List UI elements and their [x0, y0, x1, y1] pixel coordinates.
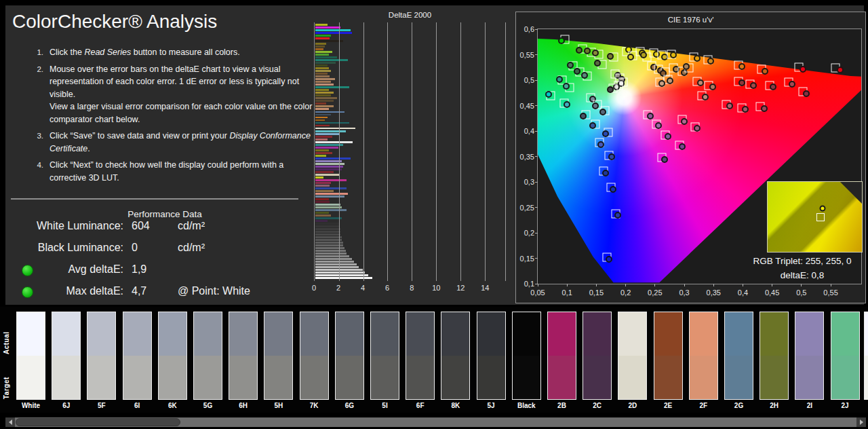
swatch-2g[interactable] — [724, 312, 753, 400]
swatch-6i[interactable] — [123, 312, 152, 400]
deltae-error-bar[interactable] — [315, 51, 332, 53]
deltae-error-bar[interactable] — [315, 92, 334, 94]
swatch-5h[interactable] — [264, 312, 293, 400]
deltae-error-bar[interactable] — [315, 253, 347, 255]
swatch-2f[interactable] — [689, 312, 718, 400]
swatch-8k[interactable] — [441, 312, 470, 400]
deltae-error-bar[interactable] — [315, 217, 342, 219]
swatch-2b[interactable] — [547, 312, 576, 400]
deltae-error-bar[interactable] — [315, 193, 348, 195]
swatch-6g[interactable] — [335, 312, 364, 400]
deltae-error-bar[interactable] — [315, 128, 355, 130]
deltae-error-bar[interactable] — [315, 37, 330, 39]
deltae-error-bar[interactable] — [315, 171, 334, 173]
deltae-error-bar[interactable] — [315, 130, 346, 132]
deltae-error-bar[interactable] — [315, 255, 349, 257]
deltae-error-bar[interactable] — [315, 157, 351, 160]
deltae-error-bar[interactable] — [315, 35, 331, 37]
deltae-error-bar[interactable] — [315, 185, 330, 187]
deltae-error-bar[interactable] — [315, 100, 334, 102]
deltae-error-bar[interactable] — [315, 236, 342, 238]
swatch-2h[interactable] — [760, 312, 789, 400]
deltae-error-bar[interactable] — [315, 94, 331, 96]
deltae-error-bar[interactable] — [315, 59, 348, 61]
deltae-error-bar[interactable] — [315, 114, 331, 116]
deltae-error-bar[interactable] — [315, 258, 352, 260]
deltae-error-bar[interactable] — [315, 149, 329, 151]
deltae-error-bar[interactable] — [315, 24, 328, 26]
deltae-error-bar[interactable] — [315, 182, 331, 184]
deltae-error-bar[interactable] — [315, 75, 330, 77]
deltae-error-bar[interactable] — [315, 176, 323, 179]
deltae-error-bar[interactable] — [315, 70, 331, 72]
deltae-error-bar[interactable] — [315, 179, 347, 181]
deltae-error-bar[interactable] — [315, 231, 340, 233]
deltae-error-bar[interactable] — [315, 272, 365, 274]
deltae-error-bar[interactable] — [315, 78, 335, 80]
deltae-error-bar[interactable] — [315, 125, 330, 127]
swatch-2i[interactable] — [795, 312, 824, 400]
deltae-error-bar[interactable] — [315, 168, 342, 170]
deltae-error-bar[interactable] — [315, 62, 336, 64]
deltae-error-bar[interactable] — [315, 102, 326, 105]
deltae-error-bar[interactable] — [315, 206, 342, 208]
deltae-error-bar[interactable] — [315, 117, 328, 119]
scroll-left-button[interactable] — [5, 417, 15, 427]
swatch-white[interactable] — [16, 312, 45, 400]
deltae-error-bar[interactable] — [315, 212, 329, 214]
deltae-error-bar[interactable] — [315, 204, 340, 206]
deltae-error-bar[interactable] — [315, 45, 325, 48]
deltae-error-bar[interactable] — [315, 119, 325, 122]
swatch-5j[interactable] — [477, 312, 506, 400]
deltae-error-bar[interactable] — [315, 32, 352, 34]
deltae-error-bar[interactable] — [315, 29, 351, 31]
deltae-error-bar[interactable] — [315, 138, 328, 141]
deltae-error-bar[interactable] — [315, 67, 329, 69]
deltae-error-bar[interactable] — [315, 147, 338, 149]
swatch-6j[interactable] — [52, 312, 81, 400]
scroll-right-button[interactable] — [856, 417, 866, 427]
deltae-error-bar[interactable] — [315, 225, 340, 227]
deltae-error-bar[interactable] — [315, 64, 328, 67]
swatch-6k[interactable] — [158, 312, 187, 400]
deltae-error-bar[interactable] — [315, 201, 330, 203]
swatch-2c[interactable] — [583, 312, 612, 400]
deltae-error-bar[interactable] — [315, 73, 328, 75]
deltae-error-bar[interactable] — [315, 234, 340, 236]
deltae-error-bar[interactable] — [315, 152, 332, 154]
deltae-error-bar[interactable] — [315, 155, 326, 157]
deltae-error-bar[interactable] — [315, 198, 329, 200]
swatch-5f[interactable] — [87, 312, 116, 400]
swatch-6f[interactable] — [406, 312, 435, 400]
deltae-error-bar[interactable] — [315, 133, 340, 135]
swatch-5g[interactable] — [193, 312, 222, 400]
deltae-error-bar[interactable] — [315, 261, 354, 263]
deltae-error-bar[interactable] — [315, 83, 334, 86]
deltae-error-bar[interactable] — [315, 266, 359, 268]
deltae-error-bar[interactable] — [315, 223, 340, 225]
deltae-error-bar[interactable] — [315, 97, 337, 99]
swatch-6h[interactable] — [229, 312, 258, 400]
scrollbar-thumb[interactable] — [16, 418, 180, 426]
deltae-error-bar[interactable] — [315, 209, 347, 211]
deltae-error-bar[interactable] — [315, 48, 323, 50]
deltae-error-bar[interactable] — [315, 54, 329, 56]
deltae-error-bar[interactable] — [315, 220, 328, 222]
deltae-error-bar[interactable] — [315, 247, 344, 249]
deltae-error-bar[interactable] — [315, 163, 344, 165]
deltae-error-bar[interactable] — [315, 122, 349, 124]
deltae-error-bar[interactable] — [315, 274, 368, 276]
deltae-error-bar[interactable] — [315, 239, 342, 241]
deltae-error-bar[interactable] — [315, 43, 326, 45]
deltae-error-bar[interactable] — [315, 89, 329, 91]
deltae-error-bar[interactable] — [315, 263, 357, 265]
horizontal-scrollbar[interactable] — [5, 417, 866, 427]
deltae-error-bar[interactable] — [315, 86, 349, 88]
swatch-2j[interactable] — [831, 312, 860, 400]
deltae-error-bar[interactable] — [315, 108, 329, 110]
deltae-error-bar[interactable] — [315, 56, 337, 58]
deltae-error-bar[interactable] — [315, 26, 340, 29]
deltae-error-bar[interactable] — [315, 228, 340, 230]
deltae-error-bar[interactable] — [315, 195, 344, 198]
deltae-error-bar[interactable] — [315, 160, 342, 162]
